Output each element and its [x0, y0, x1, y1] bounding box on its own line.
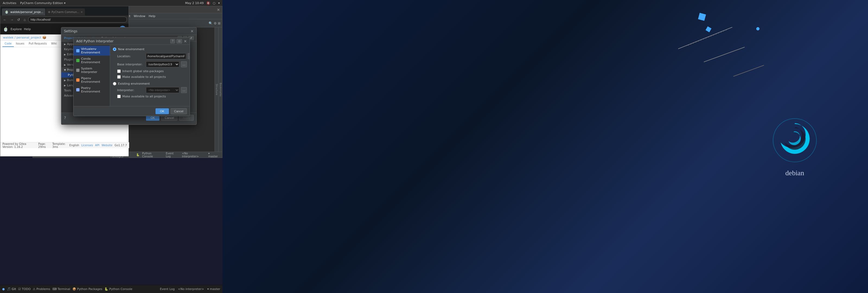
gitea-repo-path-text[interactable]: waldek / personal_project	[3, 36, 41, 39]
inherit-packages-checkbox[interactable]	[117, 69, 121, 73]
existing-env-label[interactable]: Existing environment	[118, 82, 150, 85]
add-interp-close-btn[interactable]: ✕	[184, 39, 187, 43]
location-input[interactable]	[146, 53, 186, 59]
status-console-label[interactable]: Python Console	[142, 152, 163, 158]
gitea-explore-link[interactable]: Explore	[10, 27, 22, 31]
deco-line2	[733, 65, 764, 77]
gitea-api-link[interactable]: API	[95, 144, 99, 147]
debian-logo-container: debian	[770, 116, 819, 177]
interp-menu-virtualenv[interactable]: Virtualenv Environment	[73, 46, 110, 56]
ff-pycharm-tab-close[interactable]: ✕	[81, 10, 83, 13]
status-console-icon: 🐍	[136, 153, 140, 156]
add-interp-help-btn[interactable]: ?	[170, 39, 175, 43]
existing-env-radio-group: Existing environment	[113, 82, 187, 85]
base-interp-browse-btn[interactable]: …	[181, 61, 187, 67]
base-interp-label: Base interpreter:	[117, 63, 144, 66]
system-interp-icon	[76, 69, 80, 72]
make-available-new-checkbox[interactable]	[117, 75, 121, 79]
existing-env-radio[interactable]	[113, 82, 116, 85]
new-env-radio[interactable]	[113, 48, 116, 51]
location-browse-btn[interactable]: …	[188, 53, 190, 59]
ff-new-tab-btn[interactable]: ⚙ PyCharm Commun... ✕	[46, 8, 85, 16]
gitea-tab-issues[interactable]: Issues	[14, 41, 27, 47]
add-interp-title-bar: Add Python Interpreter ? ⊡ ✕	[73, 38, 190, 45]
taskbar-terminal-label[interactable]: ⌨ Terminal	[52, 287, 70, 291]
vcs-expand-icon: ▶	[64, 63, 66, 66]
taskbar-todo-label[interactable]: ☑ TODO	[18, 287, 31, 291]
interp-menu-poetry[interactable]: Poetry Environment	[73, 85, 110, 95]
settings-dialog-title: Settings ✕	[61, 27, 196, 35]
taskbar-git-label[interactable]: 🎵 Git	[7, 287, 16, 291]
pycharm-app-menu[interactable]: PyCharm Community Edition ▾	[20, 1, 65, 5]
toolbar-search-btn[interactable]: 🔍	[209, 22, 213, 25]
make-available-existing-checkbox[interactable]	[117, 95, 121, 98]
pipenv-icon	[76, 79, 80, 82]
gitea-tab-pr[interactable]: Pull Requests	[27, 41, 49, 47]
settings-close-btn[interactable]: ✕	[190, 29, 194, 33]
settings-help-icon[interactable]: ?	[64, 116, 66, 120]
gitea-language[interactable]: English	[69, 144, 79, 147]
make-available-new-label[interactable]: Make available to all projects	[122, 75, 166, 79]
menu-help[interactable]: Help	[147, 14, 157, 19]
taskbar-packages-label[interactable]: 📦 Python Packages	[72, 287, 102, 291]
gitea-website-link[interactable]: Website	[101, 144, 112, 147]
toolbar-settings-btn[interactable]: ⚙	[214, 22, 217, 25]
time-display: May 2 10:49	[185, 1, 204, 5]
ff-pycharm-tab-label: PyCharm Commun...	[52, 10, 80, 13]
location-field-row: Location: …	[117, 53, 187, 59]
gitea-powered-text: Powered by Gitea Version: 1.16.2	[2, 142, 36, 148]
activities-btn[interactable]: Activities	[3, 1, 16, 5]
add-interp-title-label: Add Python Interpreter	[76, 39, 113, 43]
base-interp-select[interactable]: /usr/bin/python3.9	[146, 61, 179, 67]
add-interp-footer: OK Cancel	[73, 106, 190, 116]
gitea-help-link[interactable]: Help	[24, 27, 31, 31]
interp-menu-pipenv[interactable]: Pipenv Environment	[73, 75, 110, 85]
ff-reload-btn[interactable]: ↺	[16, 17, 21, 22]
interp-menu-conda[interactable]: Conda Environment	[73, 56, 110, 65]
poetry-icon	[76, 88, 80, 91]
ff-tab-favicon: 🍵	[5, 10, 9, 14]
power-icon[interactable]: ▾	[218, 1, 220, 5]
deco-rect1	[698, 13, 706, 21]
audio-icon[interactable]: 🔇	[207, 1, 210, 5]
gitea-logo-icon: 🍵	[3, 27, 8, 32]
inherit-packages-label[interactable]: Inherit global site-packages	[122, 69, 163, 73]
ff-url-bar[interactable]	[28, 17, 127, 23]
taskbar-git-dot: ●	[2, 287, 5, 291]
status-no-interpreter[interactable]: <No interpreter>	[182, 152, 206, 158]
status-branch[interactable]: ▾ master	[208, 152, 220, 158]
bookmarks-panel[interactable]: Bookmarks	[218, 27, 222, 152]
interpreter-field-label: Interpreter:	[117, 88, 144, 92]
svg-line-1	[678, 27, 733, 49]
add-interp-expand-btn[interactable]: ⊡	[177, 39, 182, 43]
make-available-existing-label[interactable]: Make available to all projects	[122, 95, 166, 98]
taskbar-problems-label[interactable]: ⚠ Problems	[33, 287, 50, 291]
gitea-licenses-link[interactable]: Licenses	[82, 144, 93, 147]
taskbar-event-log[interactable]: Event Log	[160, 287, 175, 291]
ff-tab-gitea[interactable]: 🍵 waldek/personal_proje... ✕	[2, 8, 45, 16]
toolbar-layout-btn[interactable]: ⊞	[218, 22, 220, 25]
add-interp-ok-btn[interactable]: OK	[155, 108, 169, 114]
pycharm-close-btn[interactable]: ✕	[217, 8, 220, 12]
ff-home-btn[interactable]: ⌂	[23, 17, 27, 22]
interp-menu-system[interactable]: System Interpreter	[73, 65, 110, 75]
interpreter-field-row: Interpreter: <No interpreter> …	[117, 87, 187, 93]
add-interp-cancel-btn[interactable]: Cancel	[170, 108, 187, 114]
taskbar-console-label[interactable]: 🐍 Python Console	[104, 287, 132, 291]
ff-pycharm-tab-icon: ⚙	[48, 10, 51, 13]
gitea-tab-code[interactable]: Code	[2, 41, 14, 47]
status-event-log[interactable]: Event Log	[166, 152, 179, 158]
add-interp-left-menu: Virtualenv Environment Conda Environment…	[73, 45, 110, 106]
structures-panel[interactable]: Structure	[215, 27, 218, 152]
network-icon[interactable]: ○	[213, 1, 216, 5]
ff-fwd-btn[interactable]: →	[9, 17, 14, 22]
taskbar-no-interp[interactable]: <No interpreter>	[178, 287, 204, 291]
interpreter-select[interactable]: <No interpreter>	[146, 87, 179, 93]
interpreter-browse-btn[interactable]: …	[181, 87, 187, 93]
ff-back-btn[interactable]: ←	[2, 17, 8, 22]
project-expand-icon: ▼	[64, 69, 66, 71]
taskbar-master-branch[interactable]: ▾ master	[207, 287, 220, 291]
new-env-label[interactable]: New environment	[118, 48, 145, 51]
menu-window[interactable]: Window	[132, 14, 147, 19]
gitea-tab-wiki[interactable]: Wiki	[49, 41, 59, 47]
